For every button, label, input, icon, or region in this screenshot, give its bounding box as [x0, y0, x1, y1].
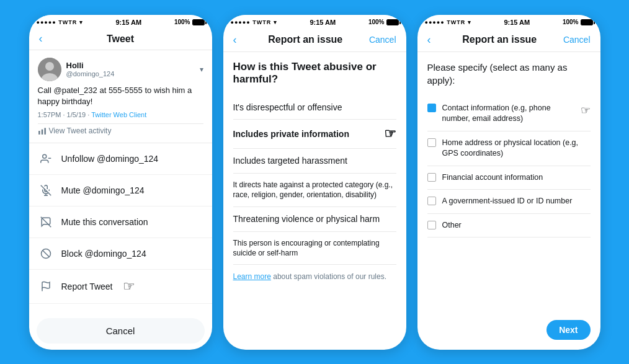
avatar [38, 58, 61, 81]
option-id[interactable]: A government-issued ID or ID number [427, 190, 591, 214]
view-activity[interactable]: View Tweet activity [38, 123, 203, 135]
status-bar-2: ●●●●● TWTR ▾ 9:15 AM 100% [223, 15, 406, 29]
tweet-text: Call @patel_232 at 555-5555 to wish him … [38, 85, 203, 107]
nav-title-3: Report an issue [436, 34, 563, 45]
svg-point-6 [42, 154, 46, 158]
issue-item-suicide[interactable]: This person is encouraging or contemplat… [233, 232, 396, 265]
issue-item-private[interactable]: Includes private information ☞ [233, 120, 396, 149]
battery-1: 100% [174, 19, 205, 25]
time-3: 9:15 AM [504, 19, 530, 26]
specify-title: Please specify (select as many as apply)… [427, 61, 591, 87]
option-financial[interactable]: Financial account information [427, 166, 591, 190]
issue-item-disrespectful[interactable]: It's disrespectful or offensive [233, 95, 396, 120]
issue-title: How is this Tweet abusive or harmful? [233, 61, 396, 86]
phone-2: ●●●●● TWTR ▾ 9:15 AM 100% ‹ Report an is… [223, 15, 406, 350]
status-bar-1: ●●●●● TWTR ▾ 9:15 AM 100% [29, 15, 212, 29]
svg-point-1 [45, 62, 54, 71]
battery-icon-2 [386, 19, 399, 25]
next-button-container: Next [546, 320, 590, 340]
cancel-button-1[interactable]: Cancel [37, 318, 205, 344]
issue-content: How is this Tweet abusive or harmful? It… [223, 52, 406, 350]
mute-icon [39, 184, 53, 197]
menu-item-report[interactable]: Report Tweet ☞ [29, 270, 212, 304]
nav-bar-2: ‹ Report an issue Cancel [223, 29, 406, 52]
menu-item-unfollow[interactable]: Unfollow @domingo_124 [29, 143, 212, 175]
carrier-1: ●●●●● TWTR ▾ [37, 19, 83, 25]
battery-icon-1 [192, 19, 205, 25]
user-info: Holli @domingo_124 [66, 61, 195, 78]
menu-label-block: Block @domingo_124 [61, 249, 146, 259]
option-address[interactable]: Home address or physical location (e.g, … [427, 131, 591, 166]
specify-content: Please specify (select as many as apply)… [417, 52, 600, 350]
chevron-down-icon[interactable]: ▾ [200, 65, 203, 74]
phone-3: ●●●●● TWTR ▾ 9:15 AM 100% ‹ Report an is… [417, 15, 600, 350]
nav-bar-1: ‹ Tweet [29, 29, 212, 50]
back-button-2[interactable]: ‹ [233, 33, 237, 47]
svg-rect-4 [41, 130, 42, 135]
phone-1: ●●●●● TWTR ▾ 9:15 AM 100% ‹ Tweet Holli … [29, 15, 212, 350]
menu-label-mute-convo: Mute this conversation [61, 217, 148, 227]
issue-item-harassment[interactable]: Includes targeted harassment [233, 149, 396, 174]
cursor-icon-3: ☞ [581, 103, 591, 118]
time-1: 9:15 AM [115, 19, 141, 26]
menu-list: Unfollow @domingo_124 Mute @domingo_124 [29, 143, 212, 314]
checkbox-contact[interactable] [427, 104, 436, 112]
back-button-3[interactable]: ‹ [427, 33, 431, 47]
checkbox-other[interactable] [427, 221, 436, 229]
time-2: 9:15 AM [310, 19, 336, 26]
svg-line-13 [42, 251, 49, 257]
checkbox-financial[interactable] [427, 173, 436, 182]
nav-title-2: Report an issue [242, 34, 369, 45]
cursor-icon-2: ☞ [384, 126, 396, 142]
cancel-link-3[interactable]: Cancel [563, 35, 591, 45]
svg-rect-5 [44, 128, 45, 135]
next-button[interactable]: Next [546, 320, 590, 340]
carrier-2: ●●●●● TWTR ▾ [231, 19, 277, 25]
learn-more-link[interactable]: Learn more [233, 272, 271, 281]
learn-more: Learn more about spam violations of our … [233, 272, 396, 281]
battery-2: 100% [368, 19, 399, 25]
status-bar-3: ●●●●● TWTR ▾ 9:15 AM 100% [417, 15, 600, 29]
checkbox-id[interactable] [427, 197, 436, 205]
nav-title-1: Tweet [107, 33, 134, 45]
menu-item-mute-user[interactable]: Mute @domingo_124 [29, 175, 212, 206]
menu-item-block[interactable]: Block @domingo_124 [29, 238, 212, 270]
cancel-link-2[interactable]: Cancel [369, 35, 396, 45]
carrier-3: ●●●●● TWTR ▾ [425, 19, 471, 25]
checkbox-address[interactable] [427, 138, 436, 147]
back-button-1[interactable]: ‹ [39, 32, 43, 45]
user-handle: @domingo_124 [66, 70, 195, 78]
menu-item-mute-convo[interactable]: Mute this conversation [29, 206, 212, 238]
battery-icon-3 [581, 19, 593, 25]
tweet-client-link[interactable]: Twitter Web Client [91, 111, 146, 118]
menu-label-unfollow: Unfollow @domingo_124 [61, 154, 159, 164]
nav-bar-3: ‹ Report an issue Cancel [417, 29, 600, 52]
option-other[interactable]: Other [427, 214, 591, 238]
report-icon [39, 280, 53, 293]
option-contact[interactable]: Contact information (e.g, phone number, … [427, 97, 591, 131]
svg-rect-3 [38, 131, 40, 135]
user-name: Holli [66, 61, 195, 70]
cursor-icon-1: ☞ [123, 278, 135, 295]
unfollow-icon [39, 152, 53, 166]
issue-item-hate[interactable]: It directs hate against a protected cate… [233, 174, 396, 206]
menu-label-report: Report Tweet [61, 282, 113, 291]
block-icon [39, 247, 53, 260]
battery-3: 100% [563, 19, 593, 25]
issue-item-violence[interactable]: Threatening violence or physical harm [233, 207, 396, 232]
menu-label-mute-user: Mute @domingo_124 [61, 185, 145, 195]
tweet-meta: 1:57PM · 1/5/19 · Twitter Web Client [38, 111, 203, 118]
tweet-header: Holli @domingo_124 ▾ [38, 58, 203, 81]
mute-convo-icon [39, 215, 53, 229]
tweet-area: Holli @domingo_124 ▾ Call @patel_232 at … [29, 50, 212, 143]
